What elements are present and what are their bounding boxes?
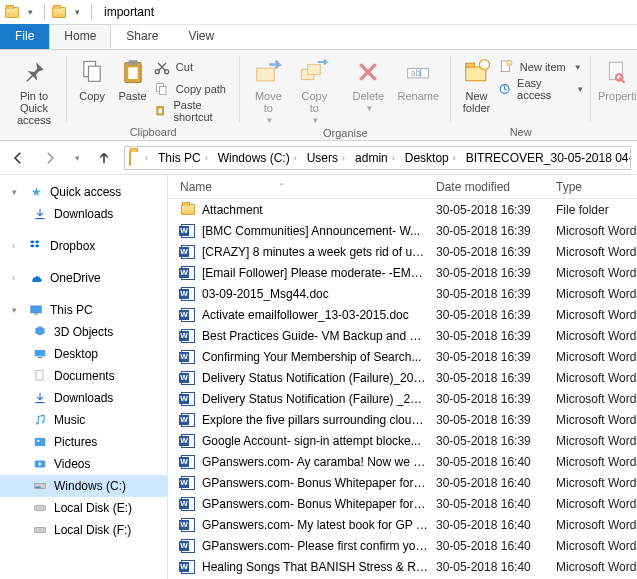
tree-this-pc[interactable]: ▾This PC — [0, 299, 167, 321]
breadcrumb[interactable]: › This PC› Windows (C:)› Users› admin› D… — [124, 146, 631, 170]
downloads-icon — [32, 390, 48, 406]
file-row[interactable]: GPanswers.com- Bonus Whitepaper for S...… — [168, 472, 637, 493]
tree-documents[interactable]: Documents — [0, 365, 167, 387]
copy-path-button[interactable]: Copy path — [154, 78, 234, 100]
nav-forward-button[interactable] — [38, 146, 62, 170]
copy-button[interactable]: Copy — [73, 54, 111, 102]
tree-quick-access[interactable]: ▾★Quick access — [0, 181, 167, 203]
file-row[interactable]: [BMC Communities] Announcement- W...30-0… — [168, 220, 637, 241]
delete-button[interactable]: Delete▼ — [346, 54, 390, 113]
file-name: [BMC Communities] Announcement- W... — [202, 224, 420, 238]
svg-rect-11 — [257, 68, 275, 81]
word-doc-icon — [180, 559, 196, 575]
svg-rect-4 — [128, 67, 137, 79]
pc-icon — [28, 302, 44, 318]
file-row[interactable]: Healing Songs That BANISH Stress & Red..… — [168, 556, 637, 577]
tree-desktop[interactable]: Desktop — [0, 343, 167, 365]
qat-folder-icon[interactable] — [51, 4, 67, 20]
paste-shortcut-button[interactable]: Paste shortcut — [154, 100, 234, 122]
pin-to-quick-access-button[interactable]: Pin to Quick access — [8, 54, 60, 126]
tree-local-f[interactable]: Local Disk (F:) — [0, 519, 167, 541]
star-icon: ★ — [28, 184, 44, 200]
file-type: Microsoft Word — [548, 245, 637, 259]
svg-rect-27 — [35, 350, 46, 356]
tab-view[interactable]: View — [173, 24, 229, 49]
objects3d-icon — [32, 324, 48, 340]
new-folder-button[interactable]: New folder — [457, 54, 496, 114]
qat-dropdown-icon[interactable]: ▾ — [69, 4, 85, 20]
file-type: Microsoft Word — [548, 392, 637, 406]
new-item-button[interactable]: New item▼ — [498, 56, 584, 78]
word-doc-icon — [180, 286, 196, 302]
tree-windows-c[interactable]: Windows (C:) — [0, 475, 167, 497]
tree-onedrive[interactable]: ›OneDrive — [0, 267, 167, 289]
paste-button[interactable]: Paste — [113, 54, 151, 102]
crumb-folder[interactable]: BITRECOVER_30-05-2018 04-38 — [460, 147, 631, 169]
crumb-users[interactable]: Users› — [301, 147, 349, 169]
file-row[interactable]: Google Account- sign-in attempt blocke..… — [168, 430, 637, 451]
nav-recent-button[interactable]: ▾ — [70, 146, 84, 170]
tab-file[interactable]: File — [0, 24, 49, 49]
file-row[interactable]: [CRAZY] 8 minutes a week gets rid of un.… — [168, 241, 637, 262]
copy-to-button[interactable]: Copy to▼ — [292, 54, 336, 125]
file-row[interactable]: Confirming Your Membership of Search...3… — [168, 346, 637, 367]
crumb-windows-c[interactable]: Windows (C:)› — [212, 147, 301, 169]
tab-home[interactable]: Home — [49, 24, 111, 49]
file-date: 30-05-2018 16:40 — [428, 497, 548, 511]
nav-tree[interactable]: ▾★Quick access Downloads ›Dropbox ›OneDr… — [0, 175, 168, 579]
file-date: 30-05-2018 16:39 — [428, 434, 548, 448]
file-name: Google Account- sign-in attempt blocke..… — [202, 434, 421, 448]
tab-share[interactable]: Share — [111, 24, 173, 49]
file-date: 30-05-2018 16:39 — [428, 350, 548, 364]
col-name[interactable]: Name⌃ — [168, 180, 428, 194]
downloads-icon — [32, 206, 48, 222]
file-row[interactable]: GPanswers.com- Bonus Whitepaper for S...… — [168, 493, 637, 514]
file-row[interactable]: Best Practices Guide- VM Backup and Re..… — [168, 325, 637, 346]
col-type[interactable]: Type — [548, 180, 637, 194]
crumb-this-pc[interactable]: This PC› — [152, 147, 212, 169]
nav-up-button[interactable] — [92, 146, 116, 170]
file-row[interactable]: Activate emailfollower_13-03-2015.doc30-… — [168, 304, 637, 325]
nav-back-button[interactable] — [6, 146, 30, 170]
word-doc-icon — [180, 412, 196, 428]
tree-3d-objects[interactable]: 3D Objects — [0, 321, 167, 343]
easy-access-button[interactable]: Easy access▼ — [498, 78, 584, 100]
tree-music[interactable]: Music — [0, 409, 167, 431]
qat-overflow-icon[interactable]: ▾ — [22, 4, 38, 20]
svg-rect-18 — [465, 63, 474, 67]
documents-icon — [32, 368, 48, 384]
file-row[interactable]: GPanswers.com- Ay caramba! Now we h...30… — [168, 451, 637, 472]
tree-pictures[interactable]: Pictures — [0, 431, 167, 453]
file-row[interactable]: Explore the five pillars surrounding clo… — [168, 409, 637, 430]
drive-icon — [32, 500, 48, 516]
col-date[interactable]: Date modified — [428, 180, 548, 194]
tree-local-e[interactable]: Local Disk (E:) — [0, 497, 167, 519]
organise-group-label: Organise — [246, 125, 444, 140]
file-row[interactable]: Delivery Status Notification (Failure) _… — [168, 388, 637, 409]
file-row[interactable]: 03-09-2015_Msg44.doc30-05-2018 16:39Micr… — [168, 283, 637, 304]
rename-button[interactable]: ab Rename — [392, 54, 444, 102]
file-name: Delivery Status Notification (Failure) _… — [202, 392, 428, 406]
word-doc-icon — [180, 496, 196, 512]
file-date: 30-05-2018 16:40 — [428, 560, 548, 574]
tree-videos[interactable]: Videos — [0, 453, 167, 475]
tree-downloads-qa[interactable]: Downloads — [0, 203, 167, 225]
pin-icon — [18, 56, 50, 88]
file-row[interactable]: GPanswers.com- Please first confirm you.… — [168, 535, 637, 556]
file-name: GPanswers.com- Please first confirm you.… — [202, 539, 428, 553]
music-icon — [32, 412, 48, 428]
properties-button[interactable]: Properties — [597, 54, 637, 102]
svg-rect-26 — [34, 314, 38, 315]
cut-button[interactable]: Cut — [154, 56, 234, 78]
tree-dropbox[interactable]: ›Dropbox — [0, 235, 167, 257]
file-row[interactable]: Delivery Status Notification (Failure)_2… — [168, 367, 637, 388]
crumb-admin[interactable]: admin› — [349, 147, 399, 169]
move-to-button[interactable]: Move to▼ — [246, 54, 290, 125]
crumb-desktop[interactable]: Desktop› — [399, 147, 460, 169]
file-row[interactable]: [Email Follower] Please moderate- -EML .… — [168, 262, 637, 283]
tree-downloads[interactable]: Downloads — [0, 387, 167, 409]
file-row[interactable]: Attachment30-05-2018 16:39File folder — [168, 199, 637, 220]
svg-rect-32 — [35, 438, 46, 446]
file-row[interactable]: GPanswers.com- My latest book for GP a..… — [168, 514, 637, 535]
app-folder-icon — [4, 4, 20, 20]
